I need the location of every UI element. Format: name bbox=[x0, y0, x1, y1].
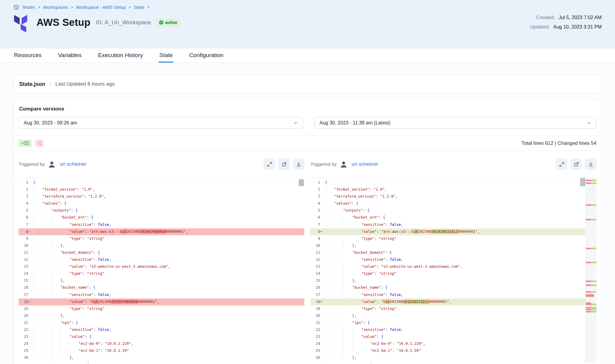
created-value: Jul 5, 2023 7:02 AM bbox=[559, 15, 602, 20]
line-number: 22 bbox=[310, 326, 320, 333]
version-select-right-value: Aug 30, 2023 - 11:39 am (Latest) bbox=[319, 120, 391, 126]
download-button[interactable] bbox=[293, 158, 304, 170]
tab-state[interactable]: State bbox=[159, 49, 173, 63]
diff-marker bbox=[320, 235, 324, 242]
chevron-down-icon bbox=[586, 121, 591, 125]
diff-marker bbox=[320, 263, 324, 270]
tab-variables[interactable]: Variables bbox=[57, 49, 82, 63]
tab-configuration[interactable]: Configuration bbox=[189, 49, 224, 63]
code-line: 2 "format_version": "1.0", bbox=[310, 186, 596, 193]
line-number: 4 bbox=[19, 200, 28, 207]
line-number: 6 bbox=[19, 214, 28, 221]
breadcrumb-separator: > bbox=[38, 5, 40, 10]
version-select-left[interactable]: Aug 30, 2023 - 09:26 am bbox=[19, 117, 303, 129]
code-line: 8− "value": "arn:aws:s3:::b1520230829194… bbox=[19, 228, 304, 235]
breadcrumb-separator: > bbox=[71, 5, 73, 10]
code-line: 22 "sensitive": false, bbox=[19, 326, 304, 333]
diff-marker bbox=[28, 200, 32, 207]
breadcrumb-item[interactable]: State bbox=[134, 5, 144, 10]
line-number: 6 bbox=[310, 214, 320, 221]
workspace-dates: Created: Jul 5, 2023 7:02 AM Updated: Au… bbox=[530, 15, 602, 34]
code-line: 19 "type": "string" bbox=[310, 305, 596, 312]
line-number: 19 bbox=[19, 305, 28, 312]
diff-marker bbox=[28, 361, 32, 363]
breadcrumb-item[interactable]: Workspaces bbox=[43, 5, 68, 10]
state-file-updated: Last Updated 6 hours ago bbox=[55, 81, 115, 87]
code-line: 5 "outputs": { bbox=[19, 207, 304, 214]
diff-marker bbox=[320, 200, 324, 207]
breadcrumb-separator: > bbox=[147, 5, 149, 10]
diff-marker bbox=[28, 256, 32, 263]
page-title: AWS Setup bbox=[36, 17, 91, 28]
code-line: 14 "type": "string" bbox=[19, 270, 304, 277]
diff-marker: − bbox=[28, 298, 32, 305]
download-icon bbox=[296, 162, 301, 167]
code-line: 1{ bbox=[310, 179, 596, 186]
version-select-right[interactable]: Aug 30, 2023 - 11:39 am (Latest) bbox=[314, 117, 596, 129]
line-number: 10 bbox=[19, 242, 28, 249]
code-line: 20 }, bbox=[19, 312, 304, 319]
line-number: 24 bbox=[19, 340, 28, 347]
scrollbar-thumb[interactable] bbox=[299, 179, 304, 186]
code-line: 17 "sensitive": false, bbox=[310, 291, 596, 298]
diff-marker bbox=[320, 291, 324, 298]
diff-marker bbox=[28, 214, 32, 221]
line-number: 20 bbox=[310, 312, 320, 319]
scrollbar-thumb[interactable] bbox=[580, 178, 585, 186]
line-number: 2 bbox=[310, 186, 320, 193]
code-line: 12 "sensitive": false, bbox=[19, 256, 304, 263]
diff-marker bbox=[28, 284, 32, 291]
check-icon: ✓ bbox=[159, 20, 163, 25]
tab-resources[interactable]: Resources bbox=[13, 49, 42, 63]
line-number: 16 bbox=[310, 284, 320, 291]
line-number: 14 bbox=[310, 270, 320, 277]
code-line: 13 "value": "s3-website-us-west-2.amazon… bbox=[19, 263, 304, 270]
divider: | bbox=[50, 81, 51, 88]
code-line: 19 "type": "string" bbox=[19, 305, 304, 312]
code-line: 10 }, bbox=[19, 242, 304, 249]
expand-button[interactable] bbox=[556, 158, 567, 170]
tab-bar: ResourcesVariablesExecution HistoryState… bbox=[0, 49, 615, 63]
compare-card: Compare versions Aug 30, 2023 - 09:26 am… bbox=[13, 100, 602, 364]
code-line: 12 "sensitive": false, bbox=[310, 256, 596, 263]
code-line: 18− "value": "b1520230829194706895800000… bbox=[19, 298, 304, 305]
code-line: 6 "bucket_arn": { bbox=[310, 214, 596, 221]
external-link-icon bbox=[282, 162, 287, 167]
code-line: 25 "ec2-be-1": "10.0.1.59" bbox=[310, 347, 596, 354]
diff-marker bbox=[320, 221, 324, 228]
diff-marker bbox=[28, 333, 32, 340]
breadcrumb-item[interactable]: Workspace - AWS Setup bbox=[76, 5, 126, 10]
code-line: 9 "type": "string" bbox=[19, 235, 304, 242]
code-line: 25 "ec2-be-1": "10.0.1.59" bbox=[19, 347, 304, 354]
diff-marker bbox=[320, 284, 324, 291]
code-line: 26 }, bbox=[19, 354, 304, 361]
diff-marker bbox=[320, 319, 324, 326]
diff-marker bbox=[28, 319, 32, 326]
line-number: 9 bbox=[310, 235, 320, 242]
right-panel-header: Triggered by uri scheiner bbox=[310, 158, 596, 170]
line-number: 24 bbox=[310, 340, 320, 347]
diff-marker bbox=[28, 221, 32, 228]
open-external-button[interactable] bbox=[278, 158, 290, 170]
tab-execution-history[interactable]: Execution History bbox=[97, 49, 144, 63]
code-line: 3 "terraform_version": "1.2.9", bbox=[19, 193, 304, 200]
code-line: 24 "ec2-be-0": "10.0.1.220", bbox=[19, 340, 304, 347]
triggered-by-user[interactable]: uri scheiner bbox=[60, 161, 86, 167]
state-file-card: State.json | Last Updated 6 hours ago bbox=[13, 75, 602, 94]
download-button[interactable] bbox=[585, 158, 596, 170]
version-select-left-value: Aug 30, 2023 - 09:26 am bbox=[24, 120, 77, 126]
line-number: 13 bbox=[310, 263, 320, 270]
line-number: 1 bbox=[310, 179, 320, 186]
triggered-by-label: Triggered by bbox=[310, 162, 337, 167]
code-line: 4 "values": { bbox=[310, 200, 596, 207]
breadcrumb-item[interactable]: Testim bbox=[22, 5, 35, 10]
triggered-by-user[interactable]: uri scheiner bbox=[351, 161, 378, 167]
code-line: 22 "sensitive": false, bbox=[310, 326, 596, 333]
expand-button[interactable] bbox=[264, 158, 275, 170]
open-external-button[interactable] bbox=[570, 158, 582, 170]
code-line: 21 "ips": { bbox=[310, 319, 596, 326]
line-number: 9 bbox=[19, 235, 28, 242]
diff-marker: + bbox=[320, 298, 324, 305]
diff-marker bbox=[320, 340, 324, 347]
code-line: 6 "bucket_arn": { bbox=[19, 214, 304, 221]
